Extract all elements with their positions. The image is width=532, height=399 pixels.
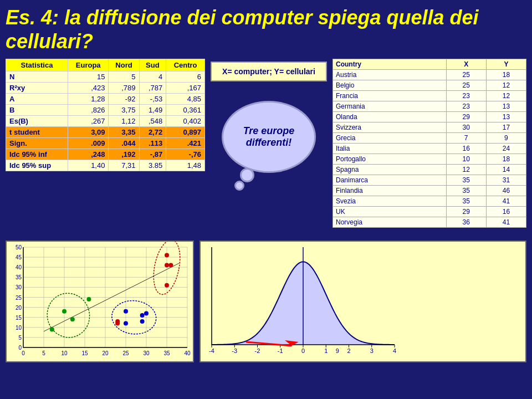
country-cell: Danimarca [333,175,447,186]
country-cell: Belgio [333,80,447,91]
stats-cell: Sign. [6,138,68,149]
country-cell: Finlandia [333,186,447,196]
country-cell: Francia [333,91,447,101]
country-header: X [446,59,486,70]
stats-cell: 3,35 [109,127,139,138]
stats-cell: -,53 [139,94,166,105]
stats-cell: 3,75 [109,105,139,116]
stats-cell: 0,361 [166,105,205,116]
stats-row: Idc 95% inf,248,192-,87-,76 [6,149,205,160]
country-row: Svizzera3017 [333,122,526,133]
stats-cell: .113 [139,138,166,149]
country-cell: 25 [446,70,486,80]
country-cell: 13 [486,101,526,112]
stats-cell: 4 [139,71,166,83]
stats-cell: 3,09 [68,127,109,138]
country-cell: 10 [446,154,486,165]
middle-section: X= computer; Y= cellulari Tre europe dif… [211,59,327,236]
stats-cell: -,76 [166,149,205,160]
stats-cell: ,192 [109,149,139,160]
stats-cell: 6 [166,71,205,83]
stats-cell: A [6,94,68,105]
country-cell: 31 [486,175,526,186]
country-header: Country [333,59,447,70]
country-cell: Olanda [333,112,447,122]
country-section: CountryXY Austria2518Belgio2512Francia23… [332,59,526,236]
country-row: Germania2313 [333,101,526,112]
country-cell: 18 [486,154,526,165]
country-cell: 23 [446,91,486,101]
country-cell: 17 [486,122,526,133]
stats-cell: 2,72 [139,127,166,138]
thought-bubble: Tre europe differenti! [222,101,316,173]
stats-row: B,8263,751,490,361 [6,105,205,116]
stats-cell: .421 [166,138,205,149]
country-cell: UK [333,207,447,217]
stats-cell: 15 [68,71,109,83]
scatter-chart [6,241,194,362]
stats-cell: B [6,105,68,116]
country-cell: 14 [486,165,526,175]
country-cell: 36 [446,217,486,228]
country-cell: Svizzera [333,122,447,133]
stats-cell: -,87 [139,149,166,160]
stats-cell: ,548 [139,116,166,127]
stats-header: Nord [109,59,139,71]
country-cell: Germania [333,101,447,112]
stats-header: Centro [166,59,205,71]
stats-cell: ,167 [166,83,205,94]
stats-cell: 1,12 [109,116,139,127]
stats-cell: 3.85 [139,160,166,171]
normal-dist-chart [200,241,526,362]
country-cell: 29 [446,207,486,217]
stats-cell: 4,85 [166,94,205,105]
country-cell: 29 [446,112,486,122]
country-cell: 25 [446,80,486,91]
country-cell: Norvegia [333,217,447,228]
stats-cell: .044 [109,138,139,149]
stats-cell: ,423 [68,83,109,94]
country-row: Finlandia3546 [333,186,526,196]
stats-row: N15546 [6,71,205,83]
country-row: Portogallo1018 [333,154,526,165]
country-row: Grecia79 [333,133,526,144]
country-cell: 41 [486,196,526,207]
country-header: Y [486,59,526,70]
stats-cell: 1,28 [68,94,109,105]
country-cell: 35 [446,175,486,186]
slide-title: Es. 4: la diffusione dei computer spiega… [6,6,526,53]
stats-cell: Idc 95% sup [6,160,68,171]
stats-cell: 1,48 [166,160,205,171]
country-row: Spagna1214 [333,165,526,175]
country-row: UK2916 [333,207,526,217]
stats-cell: ,248 [68,149,109,160]
stats-cell: -92 [109,94,139,105]
country-row: Francia2312 [333,91,526,101]
stats-cell: .009 [68,138,109,149]
stats-header: Statistica [6,59,68,71]
country-cell: 9 [486,133,526,144]
slide: Es. 4: la diffusione dei computer spiega… [0,0,532,399]
stats-header: Sud [139,59,166,71]
stats-cell: ,267 [68,116,109,127]
country-cell: 41 [486,217,526,228]
country-cell: 12 [486,80,526,91]
country-cell: Austria [333,70,447,80]
country-cell: 16 [446,144,486,154]
country-cell: 7 [446,133,486,144]
country-cell: 24 [486,144,526,154]
stats-cell: 1,49 [139,105,166,116]
country-cell: Svezia [333,196,447,207]
stats-row: R²xy,423,789,787,167 [6,83,205,94]
country-cell: 46 [486,186,526,196]
country-cell: Portogallo [333,154,447,165]
country-row: Austria2518 [333,70,526,80]
stats-cell: 7,31 [109,160,139,171]
country-cell: 12 [446,165,486,175]
stats-cell: N [6,71,68,83]
stats-cell: ,789 [109,83,139,94]
country-table: CountryXY Austria2518Belgio2512Francia23… [332,59,526,228]
country-cell: 18 [486,70,526,80]
country-row: Belgio2512 [333,80,526,91]
stats-cell: Es(B) [6,116,68,127]
